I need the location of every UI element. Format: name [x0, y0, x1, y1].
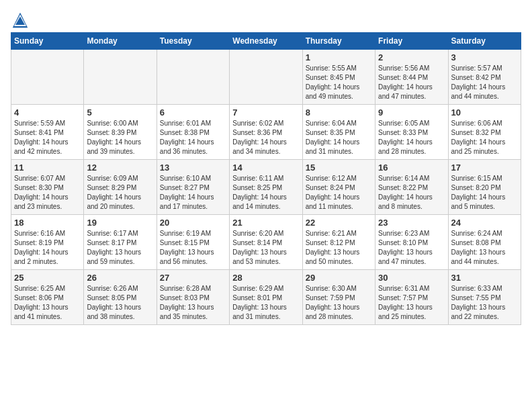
day-info: Sunrise: 6:31 AM Sunset: 7:57 PM Dayligh…	[378, 284, 445, 322]
day-number: 1	[306, 52, 372, 62]
day-info: Sunrise: 6:01 AM Sunset: 8:38 PM Dayligh…	[160, 119, 226, 156]
day-number: 15	[306, 163, 372, 173]
calendar-cell: 5Sunrise: 6:00 AM Sunset: 8:39 PM Daylig…	[84, 105, 157, 160]
day-info: Sunrise: 6:11 AM Sunset: 8:25 PM Dayligh…	[232, 174, 299, 212]
day-number: 5	[87, 107, 153, 118]
day-number: 27	[160, 273, 226, 283]
calendar-cell: 9Sunrise: 6:05 AM Sunset: 8:33 PM Daylig…	[375, 105, 448, 160]
day-info: Sunrise: 6:05 AM Sunset: 8:33 PM Dayligh…	[378, 119, 445, 156]
calendar-cell: 25Sunrise: 6:25 AM Sunset: 8:06 PM Dayli…	[11, 270, 84, 325]
calendar-cell: 17Sunrise: 6:15 AM Sunset: 8:20 PM Dayli…	[448, 160, 521, 215]
calendar-cell: 21Sunrise: 6:20 AM Sunset: 8:14 PM Dayli…	[230, 215, 302, 270]
page-container: SundayMondayTuesdayWednesdayThursdayFrid…	[0, 0, 532, 330]
calendar-cell: 2Sunrise: 5:56 AM Sunset: 8:44 PM Daylig…	[375, 50, 448, 105]
day-number: 4	[14, 107, 81, 118]
day-info: Sunrise: 6:26 AM Sunset: 8:05 PM Dayligh…	[87, 284, 153, 322]
day-number: 24	[451, 218, 518, 228]
day-header-friday: Friday	[375, 33, 448, 50]
day-number: 14	[232, 163, 299, 173]
calendar-week-4: 18Sunrise: 6:16 AM Sunset: 8:19 PM Dayli…	[11, 215, 521, 270]
day-info: Sunrise: 5:56 AM Sunset: 8:44 PM Dayligh…	[378, 64, 445, 101]
day-info: Sunrise: 5:57 AM Sunset: 8:42 PM Dayligh…	[451, 64, 518, 101]
calendar-cell: 12Sunrise: 6:09 AM Sunset: 8:29 PM Dayli…	[84, 160, 157, 215]
calendar-cell: 3Sunrise: 5:57 AM Sunset: 8:42 PM Daylig…	[448, 50, 521, 105]
day-info: Sunrise: 6:33 AM Sunset: 7:55 PM Dayligh…	[451, 284, 518, 322]
day-number: 31	[451, 273, 518, 283]
day-header-thursday: Thursday	[302, 33, 375, 50]
day-info: Sunrise: 5:55 AM Sunset: 8:45 PM Dayligh…	[306, 64, 372, 101]
day-number: 28	[232, 273, 299, 283]
day-info: Sunrise: 6:12 AM Sunset: 8:24 PM Dayligh…	[306, 174, 372, 212]
day-number: 11	[14, 163, 81, 173]
calendar-cell: 24Sunrise: 6:24 AM Sunset: 8:08 PM Dayli…	[448, 215, 521, 270]
day-number: 30	[378, 273, 445, 283]
day-number: 10	[451, 107, 518, 118]
calendar-cell: 27Sunrise: 6:28 AM Sunset: 8:03 PM Dayli…	[157, 270, 229, 325]
day-number: 8	[306, 107, 372, 118]
day-info: Sunrise: 6:24 AM Sunset: 8:08 PM Dayligh…	[451, 229, 518, 267]
day-info: Sunrise: 6:14 AM Sunset: 8:22 PM Dayligh…	[378, 174, 445, 212]
day-header-monday: Monday	[84, 33, 157, 50]
day-info: Sunrise: 6:06 AM Sunset: 8:32 PM Dayligh…	[451, 119, 518, 156]
calendar-cell: 6Sunrise: 6:01 AM Sunset: 8:38 PM Daylig…	[157, 105, 229, 160]
day-number: 13	[160, 163, 226, 173]
day-number: 22	[306, 218, 372, 228]
calendar-cell: 22Sunrise: 6:21 AM Sunset: 8:12 PM Dayli…	[302, 215, 375, 270]
calendar-week-5: 25Sunrise: 6:25 AM Sunset: 8:06 PM Dayli…	[11, 270, 521, 325]
day-info: Sunrise: 6:23 AM Sunset: 8:10 PM Dayligh…	[378, 229, 445, 267]
day-number: 3	[451, 52, 518, 62]
day-info: Sunrise: 6:29 AM Sunset: 8:01 PM Dayligh…	[232, 284, 299, 322]
calendar-cell	[230, 50, 302, 105]
day-number: 6	[160, 107, 226, 118]
day-number: 2	[378, 52, 445, 62]
day-number: 7	[232, 107, 299, 118]
calendar-cell: 19Sunrise: 6:17 AM Sunset: 8:17 PM Dayli…	[84, 215, 157, 270]
calendar-table: SundayMondayTuesdayWednesdayThursdayFrid…	[11, 32, 521, 325]
day-info: Sunrise: 6:00 AM Sunset: 8:39 PM Dayligh…	[87, 119, 153, 156]
day-number: 16	[378, 163, 445, 173]
calendar-cell: 7Sunrise: 6:02 AM Sunset: 8:36 PM Daylig…	[230, 105, 302, 160]
logo	[11, 11, 32, 30]
day-number: 21	[232, 218, 299, 228]
logo-icon	[11, 11, 30, 30]
day-header-wednesday: Wednesday	[230, 33, 302, 50]
day-info: Sunrise: 6:28 AM Sunset: 8:03 PM Dayligh…	[160, 284, 226, 322]
calendar-cell	[11, 50, 84, 105]
day-number: 18	[14, 218, 81, 228]
header	[11, 11, 521, 30]
calendar-cell: 14Sunrise: 6:11 AM Sunset: 8:25 PM Dayli…	[230, 160, 302, 215]
day-header-tuesday: Tuesday	[157, 33, 229, 50]
day-info: Sunrise: 6:30 AM Sunset: 7:59 PM Dayligh…	[306, 284, 372, 322]
calendar-week-1: 1Sunrise: 5:55 AM Sunset: 8:45 PM Daylig…	[11, 50, 521, 105]
day-header-sunday: Sunday	[11, 33, 84, 50]
day-number: 9	[378, 107, 445, 118]
calendar-cell: 28Sunrise: 6:29 AM Sunset: 8:01 PM Dayli…	[230, 270, 302, 325]
day-number: 29	[306, 273, 372, 283]
calendar-cell: 31Sunrise: 6:33 AM Sunset: 7:55 PM Dayli…	[448, 270, 521, 325]
day-info: Sunrise: 6:21 AM Sunset: 8:12 PM Dayligh…	[306, 229, 372, 267]
day-info: Sunrise: 6:25 AM Sunset: 8:06 PM Dayligh…	[14, 284, 81, 322]
day-info: Sunrise: 6:16 AM Sunset: 8:19 PM Dayligh…	[14, 229, 81, 267]
calendar-week-3: 11Sunrise: 6:07 AM Sunset: 8:30 PM Dayli…	[11, 160, 521, 215]
day-info: Sunrise: 6:19 AM Sunset: 8:15 PM Dayligh…	[160, 229, 226, 267]
calendar-week-2: 4Sunrise: 5:59 AM Sunset: 8:41 PM Daylig…	[11, 105, 521, 160]
day-info: Sunrise: 6:04 AM Sunset: 8:35 PM Dayligh…	[306, 119, 372, 156]
calendar-cell: 15Sunrise: 6:12 AM Sunset: 8:24 PM Dayli…	[302, 160, 375, 215]
day-number: 20	[160, 218, 226, 228]
day-info: Sunrise: 6:15 AM Sunset: 8:20 PM Dayligh…	[451, 174, 518, 212]
calendar-cell: 26Sunrise: 6:26 AM Sunset: 8:05 PM Dayli…	[84, 270, 157, 325]
day-number: 26	[87, 273, 153, 283]
calendar-cell: 20Sunrise: 6:19 AM Sunset: 8:15 PM Dayli…	[157, 215, 229, 270]
calendar-cell: 8Sunrise: 6:04 AM Sunset: 8:35 PM Daylig…	[302, 105, 375, 160]
calendar-cell: 10Sunrise: 6:06 AM Sunset: 8:32 PM Dayli…	[448, 105, 521, 160]
calendar-cell: 18Sunrise: 6:16 AM Sunset: 8:19 PM Dayli…	[11, 215, 84, 270]
day-number: 17	[451, 163, 518, 173]
calendar-header-row: SundayMondayTuesdayWednesdayThursdayFrid…	[11, 33, 521, 50]
calendar-cell	[157, 50, 229, 105]
day-number: 19	[87, 218, 153, 228]
calendar-cell: 23Sunrise: 6:23 AM Sunset: 8:10 PM Dayli…	[375, 215, 448, 270]
calendar-cell	[84, 50, 157, 105]
day-number: 12	[87, 163, 153, 173]
day-number: 25	[14, 273, 81, 283]
day-info: Sunrise: 5:59 AM Sunset: 8:41 PM Dayligh…	[14, 119, 81, 156]
